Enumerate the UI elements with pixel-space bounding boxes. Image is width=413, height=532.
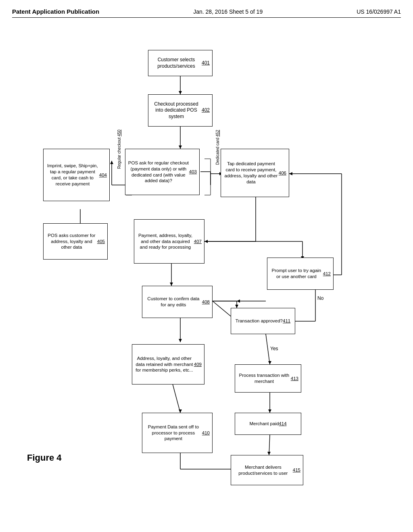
svg-marker-66	[235, 305, 238, 308]
box-411: Transaction approved? 411	[231, 308, 295, 334]
label-regular-checkout: Regular checkout 450	[117, 133, 121, 169]
box-413: Process transaction with merchant 413	[235, 364, 301, 393]
box-414: Merchant paid 414	[235, 413, 301, 435]
svg-line-41	[266, 334, 270, 364]
header: Patent Application Publication Jan. 28, …	[12, 8, 401, 18]
box-403: POS ask for regular checkout (payment da…	[125, 149, 200, 195]
svg-text:Yes: Yes	[270, 346, 278, 351]
box-415: Merchant delivers product/services to us…	[231, 455, 303, 485]
svg-marker-57	[289, 172, 292, 175]
svg-marker-42	[268, 361, 271, 364]
svg-marker-25	[237, 299, 240, 303]
label-dedicated-card: Dedicated card 452	[215, 133, 220, 165]
box-412: Prompt user to try again or use another …	[267, 258, 334, 290]
box-406: Tap dedicated payment card to receive pa…	[221, 149, 289, 197]
header-left: Patent Application Publication	[12, 8, 99, 15]
svg-marker-1	[179, 91, 182, 94]
diagram-area: No Yes	[13, 26, 400, 509]
svg-line-44	[172, 382, 180, 413]
svg-text:No: No	[317, 295, 324, 301]
box-409: Address, loyalty, and other data retaine…	[132, 344, 204, 384]
svg-marker-49	[267, 452, 271, 455]
box-408: Customer to confirm data for any edits 4…	[142, 286, 213, 318]
svg-marker-28	[179, 339, 182, 342]
figure-label: Figure 4	[27, 453, 62, 463]
svg-line-48	[269, 435, 270, 455]
svg-marker-7	[110, 161, 113, 164]
box-410: Payment Data sent off to processor to pr…	[142, 413, 213, 453]
svg-marker-3	[179, 145, 182, 149]
box-405: POS asks customer for address, loyalty a…	[43, 223, 108, 260]
box-402: Checkout processed into dedicated POS sy…	[148, 94, 213, 127]
box-404: Imprint, swipe, Ship+pin, tap a regular …	[43, 149, 110, 201]
header-center: Jan. 28, 2016 Sheet 5 of 19	[193, 8, 263, 15]
box-407: Payment, address, loyalty, and other dat…	[134, 219, 204, 264]
svg-marker-47	[268, 409, 271, 413]
box-401: Customer selects products/services401	[148, 50, 213, 76]
svg-marker-20	[170, 283, 173, 286]
header-right: US 16/026997 A1	[357, 8, 401, 15]
page: Patent Application Publication Jan. 28, …	[0, 0, 413, 532]
svg-marker-45	[179, 409, 182, 413]
svg-marker-17	[204, 240, 208, 243]
